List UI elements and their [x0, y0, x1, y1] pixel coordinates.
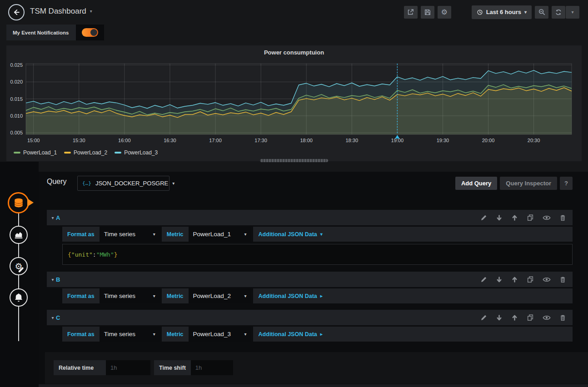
chevron-down-icon: ▾: [571, 10, 573, 15]
format-as-value: Time series: [104, 293, 135, 299]
save-dashboard-button[interactable]: [421, 6, 434, 19]
query-row-form-a: Format as Time series ▾ Metric PowerLoad…: [62, 227, 573, 242]
svg-text:0.025: 0.025: [10, 62, 23, 68]
chevron-right-icon: ▸: [320, 294, 323, 298]
query-row-header-c[interactable]: ▾ C: [47, 310, 573, 325]
dashboard-title-menu[interactable]: TSM Dashboard ▾: [30, 7, 92, 16]
duplicate-query-icon[interactable]: [527, 214, 534, 221]
power-consumption-panel: Power consumptuion 0.0050.0100.0150.0200…: [6, 45, 582, 161]
query-row-form-c: Format as Time series ▾ Metric PowerLoad…: [62, 327, 573, 342]
toggle-visibility-icon[interactable]: [543, 315, 551, 321]
move-query-down-icon[interactable]: [496, 314, 503, 321]
duplicate-query-icon[interactable]: [527, 276, 534, 283]
panel-horizontal-scrollbar[interactable]: [260, 159, 328, 162]
metric-label: Metric: [162, 327, 189, 342]
top-navbar: TSM Dashboard ▾ ⚙ Last 6 hours ▾: [0, 0, 588, 25]
help-button[interactable]: ?: [560, 177, 573, 190]
svg-text:16:30: 16:30: [164, 138, 176, 143]
additional-json-data-link[interactable]: Additional JSON Data ▸: [253, 288, 573, 303]
svg-text:16:00: 16:00: [118, 138, 131, 143]
tab-general[interactable]: ⚙: [10, 257, 28, 275]
delete-query-icon[interactable]: [559, 214, 566, 221]
time-series-chart[interactable]: 0.0050.0100.0150.0200.02515:0015:3016:00…: [6, 45, 582, 161]
duplicate-query-icon[interactable]: [527, 314, 534, 321]
format-as-select[interactable]: Time series ▾: [100, 288, 160, 303]
zoom-out-icon: [538, 8, 546, 16]
additional-json-label: Additional JSON Data: [259, 231, 317, 238]
zoom-out-button[interactable]: [535, 6, 548, 19]
svg-text:0.005: 0.005: [10, 130, 23, 135]
toggle-visibility-icon[interactable]: [543, 277, 551, 283]
toggle-switch-on: [82, 28, 98, 37]
move-query-down-icon[interactable]: [496, 214, 503, 221]
query-inspector-button[interactable]: Query Inspector: [500, 177, 557, 190]
format-as-value: Time series: [104, 331, 135, 337]
event-notifications-control: My Event Notifications: [6, 25, 104, 40]
move-query-up-icon[interactable]: [511, 314, 518, 321]
additional-json-editor[interactable]: {"unit":"MWh"}: [62, 244, 573, 265]
query-row-header-a[interactable]: ▾ A: [47, 210, 573, 225]
edit-query-icon[interactable]: [480, 214, 487, 221]
tab-queries-active[interactable]: [8, 192, 29, 213]
json-colon: :: [93, 251, 96, 258]
format-as-label: Format as: [62, 327, 100, 342]
query-row-actions: [480, 314, 573, 321]
event-notifications-toggle[interactable]: [76, 25, 104, 40]
metric-select[interactable]: PowerLoad_1 ▾: [189, 227, 251, 242]
move-query-up-icon[interactable]: [511, 276, 518, 283]
query-row-header-b[interactable]: ▾ B: [47, 272, 573, 287]
annotation-marker-icon[interactable]: [395, 135, 399, 139]
query-letter: B: [56, 276, 60, 283]
metric-label: Metric: [162, 227, 189, 242]
query-header-buttons: Add Query Query Inspector ?: [455, 177, 573, 190]
move-query-up-icon[interactable]: [511, 214, 518, 221]
metric-value: PowerLoad_1: [193, 231, 231, 238]
format-as-select[interactable]: Time series ▾: [100, 227, 160, 242]
panel-title[interactable]: Power consumptuion: [6, 49, 582, 56]
delete-query-icon[interactable]: [559, 314, 566, 321]
area-chart-icon: [14, 230, 24, 240]
relative-time-input[interactable]: [106, 360, 150, 375]
metric-select[interactable]: PowerLoad_3 ▾: [189, 327, 251, 342]
chevron-down-icon: ▾: [172, 181, 174, 186]
collapse-caret-icon: ▾: [50, 277, 56, 282]
gear-icon: ⚙: [441, 9, 448, 16]
relative-time-label: Relative time: [54, 360, 106, 375]
query-editor-panel: Query {…} JSON_DOCKER_POSGRE ▾ Add Query…: [39, 172, 588, 387]
refresh-interval-dropdown[interactable]: ▾: [566, 6, 579, 19]
metric-select[interactable]: PowerLoad_2 ▾: [189, 288, 251, 303]
tab-visualization[interactable]: [10, 226, 28, 244]
edit-query-icon[interactable]: [480, 276, 487, 283]
json-key: "unit": [71, 251, 93, 258]
add-query-button[interactable]: Add Query: [455, 177, 497, 190]
delete-query-icon[interactable]: [559, 276, 566, 283]
json-value: "MWh": [96, 251, 114, 258]
chevron-down-icon: ▾: [153, 294, 155, 298]
time-shift-input[interactable]: [191, 360, 233, 375]
legend-item-powerload-2[interactable]: PowerLoad_2: [64, 149, 107, 156]
time-options-row: Relative time Time shift: [54, 360, 233, 375]
time-range-picker[interactable]: Last 6 hours ▾: [472, 5, 532, 19]
additional-json-label: Additional JSON Data: [259, 331, 317, 337]
additional-json-data-link[interactable]: Additional JSON Data ▸: [253, 327, 573, 342]
legend-label: PowerLoad_3: [124, 149, 158, 156]
tab-alert[interactable]: [10, 288, 28, 307]
metric-value: PowerLoad_2: [193, 293, 231, 299]
share-dashboard-button[interactable]: [404, 6, 418, 19]
datasource-picker[interactable]: {…} JSON_DOCKER_POSGRE ▾: [77, 176, 169, 191]
svg-text:20:00: 20:00: [482, 138, 495, 143]
additional-json-data-link[interactable]: Additional JSON Data ▾: [253, 227, 573, 242]
move-query-down-icon[interactable]: [496, 276, 503, 283]
legend-item-powerload-3[interactable]: PowerLoad_3: [115, 149, 158, 156]
back-button[interactable]: [8, 4, 25, 20]
legend-item-powerload-1[interactable]: PowerLoad_1: [14, 149, 57, 156]
dashboard-settings-button[interactable]: ⚙: [438, 6, 451, 19]
active-tab-pointer-icon: [27, 198, 34, 207]
svg-text:18:30: 18:30: [345, 138, 358, 143]
edit-query-icon[interactable]: [480, 314, 487, 321]
metric-value: PowerLoad_3: [193, 331, 231, 337]
svg-text:18:00: 18:00: [300, 138, 313, 143]
format-as-select[interactable]: Time series ▾: [100, 327, 160, 342]
refresh-button[interactable]: [552, 6, 565, 19]
toggle-visibility-icon[interactable]: [543, 215, 551, 221]
